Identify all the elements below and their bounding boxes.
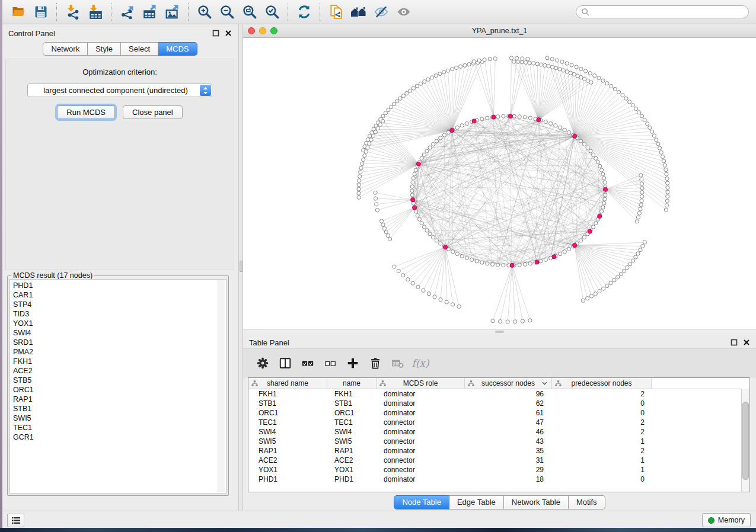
network-node[interactable] (636, 252, 640, 255)
network-node[interactable] (430, 76, 433, 79)
network-node[interactable] (521, 319, 524, 323)
network-node[interactable] (435, 239, 438, 242)
network-node[interactable] (643, 118, 646, 121)
network-node[interactable] (554, 124, 557, 127)
network-node[interactable] (637, 111, 641, 114)
mcds-result-item[interactable]: ORC1 (13, 385, 216, 395)
network-node[interactable] (626, 265, 629, 269)
network-node[interactable] (463, 63, 467, 67)
cell-predecessor-nodes[interactable]: 1 (552, 465, 652, 475)
network-node[interactable] (442, 70, 446, 74)
show-all-button[interactable] (393, 2, 415, 22)
dominator-node[interactable] (411, 198, 415, 202)
table-row[interactable]: FKH1FKH1dominator962 (248, 389, 749, 399)
network-node[interactable] (409, 89, 412, 92)
column-header-name[interactable]: name (327, 378, 377, 389)
network-node[interactable] (634, 107, 637, 111)
network-node[interactable] (586, 297, 589, 300)
network-node[interactable] (531, 62, 535, 65)
network-node[interactable] (378, 123, 382, 126)
cell-name[interactable]: RAP1 (327, 446, 377, 456)
network-node[interactable] (589, 294, 593, 298)
network-node[interactable] (600, 168, 604, 172)
network-node[interactable] (631, 259, 634, 262)
column-header-shared-name[interactable]: shared name (248, 378, 327, 389)
mcds-result-item[interactable]: PMA2 (13, 347, 216, 357)
network-node[interactable] (539, 63, 543, 66)
network-node[interactable] (603, 181, 607, 184)
dominator-node[interactable] (492, 115, 496, 119)
network-node[interactable] (596, 161, 599, 164)
network-node[interactable] (357, 183, 361, 187)
tab-network[interactable]: Network (43, 42, 88, 56)
panel-splitter[interactable] (238, 24, 243, 511)
network-node[interactable] (375, 203, 378, 206)
network-node[interactable] (635, 220, 639, 223)
mcds-result-item[interactable]: STB1 (13, 404, 216, 414)
network-node[interactable] (455, 126, 459, 129)
cell-name[interactable]: SWI4 (327, 427, 377, 437)
network-node[interactable] (395, 100, 399, 103)
network-node[interactable] (528, 61, 531, 65)
network-node[interactable] (579, 75, 583, 79)
network-window-titlebar[interactable]: YPA_prune.txt_1 (243, 24, 756, 38)
network-node[interactable] (613, 87, 617, 91)
network-node[interactable] (368, 134, 372, 138)
table-settings-button[interactable] (253, 353, 273, 373)
dominator-node[interactable] (588, 229, 592, 233)
cell-mcds-role[interactable]: dominator (377, 408, 465, 418)
tab-select[interactable]: Select (121, 42, 158, 56)
open-file-button[interactable] (7, 2, 30, 22)
network-node[interactable] (483, 58, 486, 62)
network-node[interactable] (639, 207, 642, 211)
network-node[interactable] (387, 108, 390, 112)
network-node[interactable] (426, 78, 430, 81)
network-node[interactable] (397, 269, 400, 273)
network-node[interactable] (665, 204, 668, 207)
dominator-node[interactable] (535, 260, 539, 264)
network-node[interactable] (582, 235, 586, 239)
delete-table-button[interactable] (388, 353, 408, 373)
network-node[interactable] (634, 255, 637, 259)
network-node[interactable] (601, 172, 605, 176)
cell-shared-name[interactable]: STB1 (248, 399, 327, 408)
network-node[interactable] (621, 94, 624, 97)
mcds-result-item[interactable]: FKH1 (13, 357, 216, 366)
network-node[interactable] (428, 146, 432, 149)
network-node[interactable] (450, 68, 454, 71)
network-node[interactable] (420, 156, 423, 160)
network-node[interactable] (639, 203, 643, 207)
network-node[interactable] (643, 241, 646, 244)
network-node[interactable] (455, 252, 459, 256)
cell-shared-name[interactable]: PHD1 (248, 475, 327, 484)
network-node[interactable] (374, 191, 377, 194)
network-node[interactable] (639, 248, 642, 252)
cell-mcds-role[interactable]: dominator (377, 427, 465, 437)
network-node[interactable] (512, 60, 516, 63)
network-node[interactable] (593, 73, 596, 77)
network-node[interactable] (419, 82, 422, 85)
dominator-node[interactable] (508, 114, 512, 118)
network-node[interactable] (550, 57, 554, 61)
network-node[interactable] (616, 275, 620, 279)
network-node[interactable] (439, 242, 442, 245)
mcds-result-item[interactable]: TEC1 (13, 423, 216, 432)
network-node[interactable] (619, 272, 623, 275)
network-node[interactable] (631, 104, 634, 107)
network-node[interactable] (546, 56, 549, 60)
cell-name[interactable]: ORC1 (327, 408, 377, 418)
cell-successor-nodes[interactable]: 61 (465, 408, 552, 418)
network-node[interactable] (386, 234, 390, 238)
network-node[interactable] (641, 244, 645, 248)
cell-mcds-role[interactable]: connector (377, 418, 465, 427)
network-node[interactable] (412, 177, 415, 180)
network-node[interactable] (664, 208, 668, 211)
network-node[interactable] (393, 102, 396, 106)
network-node[interactable] (366, 146, 369, 149)
table-row[interactable]: RAP1RAP1dominator352 (248, 446, 749, 456)
cell-mcds-role[interactable]: connector (377, 465, 465, 475)
network-node[interactable] (602, 177, 606, 180)
import-network-button[interactable] (62, 2, 84, 22)
cell-predecessor-nodes[interactable]: 2 (552, 446, 652, 456)
network-node[interactable] (623, 269, 626, 273)
